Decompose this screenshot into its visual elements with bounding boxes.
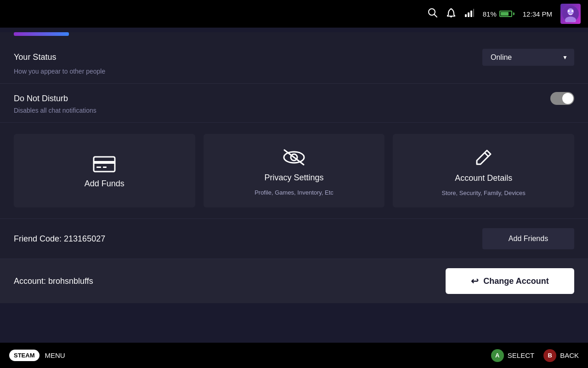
friend-code-section: Friend Code: 213165027 Add Friends <box>0 219 588 259</box>
status-dropdown-wrapper[interactable]: Online Away Invisible Offline <box>482 49 574 66</box>
dnd-toggle[interactable] <box>550 92 574 105</box>
avatar[interactable] <box>560 4 581 24</box>
top-bar-icons: 81% 12:34 PM <box>428 4 581 24</box>
dnd-toggle-knob <box>562 93 573 104</box>
btn-b[interactable]: B <box>543 349 556 362</box>
menu-label: MENU <box>45 351 65 359</box>
svg-rect-13 <box>96 167 101 168</box>
bottom-controls: A SELECT B BACK <box>491 349 579 362</box>
change-account-icon: ↩ <box>471 276 479 287</box>
battery-icon <box>499 11 514 17</box>
change-account-button[interactable]: ↩ Change Account <box>446 268 574 294</box>
svg-rect-2 <box>465 14 467 17</box>
privacy-settings-card[interactable]: Privacy Settings Profile, Games, Invento… <box>204 134 385 207</box>
bottom-bar: STEAM MENU A SELECT B BACK <box>0 343 588 368</box>
svg-rect-14 <box>103 167 107 168</box>
svg-rect-5 <box>473 9 474 17</box>
svg-line-18 <box>485 153 488 156</box>
add-funds-title: Add Funds <box>85 179 124 189</box>
notification-icon[interactable] <box>446 8 456 20</box>
battery-section: 81% <box>483 10 514 18</box>
signal-icon <box>464 8 475 20</box>
add-funds-icon <box>93 156 116 172</box>
status-bar-top <box>14 32 69 36</box>
svg-point-9 <box>568 10 570 12</box>
back-label: BACK <box>560 351 579 359</box>
do-not-disturb-section: Do Not Disturb Disables all chat notific… <box>0 84 588 123</box>
your-status-title: Your Status <box>14 52 56 62</box>
account-details-title: Account Details <box>455 173 512 183</box>
svg-rect-11 <box>94 157 115 172</box>
steam-menu: STEAM MENU <box>9 350 65 361</box>
search-icon[interactable] <box>428 8 438 20</box>
status-dropdown[interactable]: Online Away Invisible Offline <box>482 49 574 66</box>
battery-percent: 81% <box>483 10 497 18</box>
your-status-section: Your Status Online Away Invisible Offlin… <box>0 40 588 84</box>
svg-line-1 <box>434 14 437 17</box>
svg-rect-4 <box>470 11 472 17</box>
btn-a[interactable]: A <box>491 349 504 362</box>
friend-code-text: Friend Code: 213165027 <box>14 234 105 244</box>
add-funds-card[interactable]: Add Funds <box>14 134 195 207</box>
steam-badge[interactable]: STEAM <box>9 350 40 361</box>
main-content: Your Status Online Away Invisible Offlin… <box>0 32 588 303</box>
back-control: B BACK <box>543 349 579 362</box>
privacy-settings-title: Privacy Settings <box>264 173 323 183</box>
privacy-settings-subtitle: Profile, Games, Inventory, Etc <box>254 189 334 196</box>
add-friends-button[interactable]: Add Friends <box>482 228 574 249</box>
privacy-icon <box>283 148 305 167</box>
change-account-label: Change Account <box>483 276 548 286</box>
account-section: Account: brohsnbluffs ↩ Change Account <box>0 259 588 303</box>
time-display: 12:34 PM <box>523 10 552 18</box>
edit-icon <box>474 148 493 167</box>
dnd-title: Do Not Disturb <box>14 94 68 104</box>
account-details-card[interactable]: Account Details Store, Security, Family,… <box>393 134 574 207</box>
select-label: SELECT <box>508 351 534 359</box>
svg-point-10 <box>571 10 573 12</box>
account-details-subtitle: Store, Security, Family, Devices <box>442 190 526 196</box>
your-status-subtitle: How you appear to other people <box>14 68 574 75</box>
svg-rect-3 <box>468 12 469 17</box>
cards-section: Add Funds Privacy Settings Profile, Game… <box>0 123 588 219</box>
dnd-subtitle: Disables all chat notifications <box>14 107 574 114</box>
top-bar: 81% 12:34 PM <box>0 0 588 28</box>
svg-rect-12 <box>94 161 115 164</box>
select-control: A SELECT <box>491 349 534 362</box>
account-text: Account: brohsnbluffs <box>14 276 93 286</box>
